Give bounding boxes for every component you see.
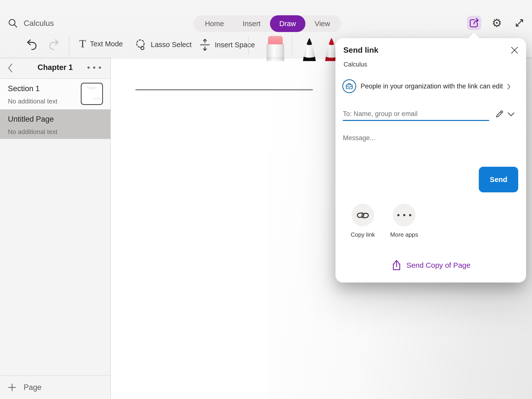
add-page-label: Page	[24, 383, 41, 392]
pencil-icon	[495, 109, 504, 119]
briefcase-icon	[345, 82, 353, 90]
share-icon	[468, 17, 480, 29]
permission-text: People in your organization with the lin…	[361, 83, 503, 90]
undo-icon	[26, 38, 37, 50]
toolbar-divider	[69, 37, 69, 55]
undo-button[interactable]	[26, 38, 37, 50]
fullscreen-button[interactable]	[512, 16, 527, 30]
text-mode-icon: T	[79, 38, 86, 49]
gear-icon: ⚙	[492, 17, 502, 29]
eraser-tool[interactable]	[266, 36, 284, 61]
notebook-title: Calculus	[24, 19, 54, 28]
recipient-input[interactable]	[343, 108, 489, 120]
message-input[interactable]	[343, 131, 515, 145]
ellipsis-icon	[397, 214, 411, 216]
insert-space-button[interactable]: Insert Space	[199, 38, 255, 51]
more-apps-label: More apps	[384, 231, 424, 238]
dialog-title: Send link	[343, 46, 378, 55]
settings-button[interactable]: ⚙	[490, 16, 504, 30]
eraser-body-icon	[266, 43, 284, 61]
tab-view[interactable]: View	[305, 15, 339, 32]
dialog-subtitle: Calculus	[344, 61, 367, 68]
tab-insert[interactable]: Insert	[233, 15, 270, 32]
close-icon	[510, 46, 519, 54]
send-link-dialog: Send link Calculus People in your organi…	[335, 38, 526, 283]
chevron-right-icon	[507, 83, 511, 90]
message-field-wrap	[343, 131, 515, 145]
redo-button[interactable]	[48, 38, 60, 50]
insert-space-label: Insert Space	[215, 41, 255, 49]
more-apps-button[interactable]	[393, 204, 416, 226]
notebook-search[interactable]: Calculus	[7, 18, 54, 29]
page-list-item-untitled[interactable]: Untitled Page No additional text	[0, 109, 110, 139]
tab-draw[interactable]: Draw	[270, 15, 305, 32]
thumbnail-ink-text: Trigno	[86, 85, 97, 90]
eraser-cap-icon	[268, 36, 283, 44]
send-copy-of-page-button[interactable]: Send Copy of Page	[335, 259, 526, 272]
chevron-down-icon	[507, 112, 515, 116]
expand-icon	[514, 17, 525, 28]
link-permission-row[interactable]: People in your organization with the lin…	[342, 79, 515, 93]
share-button[interactable]	[467, 16, 481, 30]
recipient-field-wrap	[343, 108, 489, 121]
toolbar-divider	[292, 37, 292, 55]
lasso-icon	[134, 38, 147, 51]
section-menu-button[interactable]	[87, 66, 101, 69]
ribbon-tabs: Home Insert Draw View	[194, 15, 341, 32]
page-subtitle: No additional text	[8, 128, 110, 136]
page-title: Untitled Page	[8, 115, 110, 124]
plus-icon	[7, 383, 17, 392]
page-sidebar: Chapter 1 Section 1 No additional text T…	[0, 57, 111, 399]
insert-space-icon	[199, 38, 211, 51]
ellipsis-icon	[87, 66, 90, 69]
tab-home[interactable]: Home	[196, 15, 233, 32]
edit-permission-button[interactable]	[494, 109, 505, 119]
organization-icon	[342, 79, 356, 93]
toolbar-divider	[248, 37, 249, 55]
copy-link-label: Copy link	[343, 231, 382, 238]
copy-link-button[interactable]	[351, 204, 374, 226]
add-page-button[interactable]: Page	[0, 375, 110, 399]
search-icon	[7, 18, 18, 29]
close-button[interactable]	[509, 45, 520, 56]
redo-icon	[48, 38, 60, 50]
top-right-actions: ⚙	[467, 16, 527, 30]
black-pen-icon	[299, 37, 319, 61]
send-copy-label: Send Copy of Page	[406, 261, 470, 269]
black-pen-tool[interactable]	[299, 37, 319, 61]
text-mode-button[interactable]: T Text Mode	[79, 38, 123, 49]
lasso-select-label: Lasso Select	[151, 41, 192, 49]
text-mode-label: Text Mode	[90, 40, 123, 48]
send-button[interactable]: Send	[479, 167, 518, 192]
page-thumbnail: Trigno cosec	[81, 83, 103, 105]
share-up-icon	[391, 259, 402, 271]
recipient-dropdown-button[interactable]	[507, 112, 515, 116]
thumbnail-ink-text: cosec	[93, 97, 101, 100]
sidebar-header: Chapter 1	[0, 57, 110, 79]
link-icon	[356, 210, 369, 220]
lasso-select-button[interactable]: Lasso Select	[134, 38, 192, 51]
page-list-item-section1[interactable]: Section 1 No additional text Trigno cose…	[0, 79, 110, 109]
